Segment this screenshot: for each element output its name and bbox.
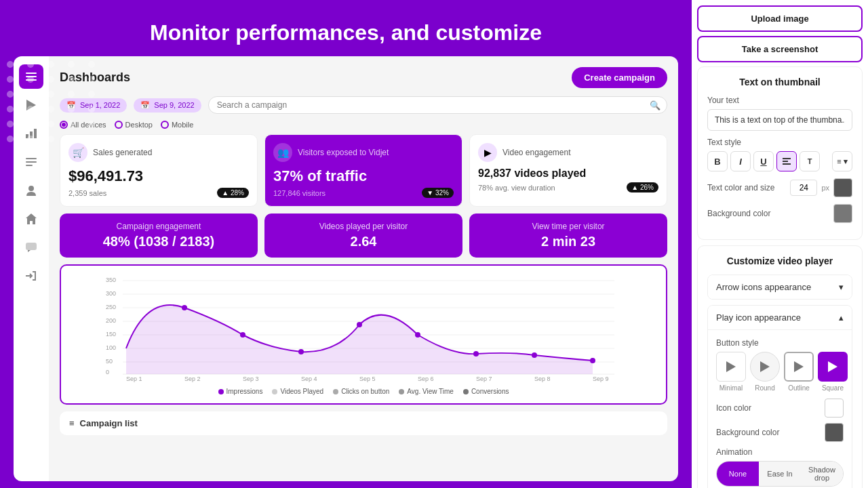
chevron-down-icon: ▾ [839, 282, 844, 292]
svg-marker-48 [726, 361, 736, 372]
play-icon-accordion: Play icon appearance ▴ Button style Mini… [707, 305, 852, 488]
animation-row: None Ease In Shadow drop [716, 461, 844, 487]
svg-text:Sep 7: Sep 7 [476, 375, 492, 382]
svg-rect-46 [783, 161, 788, 162]
text-format-button[interactable]: T [800, 151, 820, 171]
nav-item-export[interactable] [19, 264, 43, 288]
svg-text:Sep 5: Sep 5 [359, 375, 376, 382]
svg-text:Sep 9: Sep 9 [593, 375, 609, 382]
button-style-row: Minimal Round Outline [716, 352, 844, 392]
nav-item-home[interactable] [19, 207, 43, 231]
svg-marker-49 [760, 361, 770, 372]
filter-desktop[interactable]: Desktop [115, 121, 153, 129]
svg-text:Sep 1: Sep 1 [126, 375, 142, 382]
svg-rect-45 [783, 158, 791, 159]
italic-button[interactable]: I [730, 151, 751, 171]
device-filters: All devices Desktop Mobile [60, 121, 667, 129]
button-style-label: Button style [716, 338, 844, 348]
customize-video-player-section: Customize video player Arrow icons appea… [697, 245, 863, 488]
svg-rect-11 [26, 243, 37, 250]
square-preview [818, 352, 848, 382]
text-color-swatch[interactable] [833, 178, 852, 197]
svg-text:Sep 3: Sep 3 [243, 375, 259, 382]
take-screenshot-button[interactable]: Take a screenshot [697, 36, 863, 62]
align-options-button[interactable]: ≡ ▾ [832, 151, 852, 171]
svg-text:100: 100 [106, 344, 116, 351]
create-campaign-button[interactable]: Create campaign [572, 67, 667, 88]
align-left-button[interactable] [776, 151, 797, 171]
svg-text:300: 300 [106, 290, 116, 297]
play-icon-body: Button style Minimal Round [708, 329, 852, 488]
bg-color-player-row: Background color [716, 423, 844, 442]
bg-color-swatch[interactable] [833, 204, 852, 223]
thumbnail-text-input[interactable] [707, 109, 852, 131]
icon-color-label: Icon color [716, 403, 751, 413]
search-icon: 🔍 [650, 100, 660, 110]
nav-item-user[interactable] [19, 178, 43, 203]
round-preview [750, 352, 780, 382]
svg-text:150: 150 [106, 331, 116, 338]
upload-image-button[interactable]: Upload image [697, 5, 863, 32]
nav-item-list[interactable] [19, 150, 43, 174]
animation-label: Animation [716, 447, 844, 457]
right-panel: Upload image Take a screenshot Text on t… [692, 0, 868, 488]
play-icon-accordion-header[interactable]: Play icon appearance ▴ [708, 306, 852, 329]
stat-card-sales: 🛒 Sales generated $96,491.73 2,359 sales… [60, 134, 258, 207]
svg-text:Sep 8: Sep 8 [534, 375, 551, 382]
btn-style-round[interactable]: Round [750, 352, 780, 392]
underline-button[interactable]: U [753, 151, 774, 171]
svg-rect-47 [783, 163, 791, 165]
your-text-label: Your text [707, 96, 852, 105]
svg-rect-8 [26, 161, 37, 163]
text-color-row: Text color and size px [707, 178, 852, 197]
btn-style-minimal[interactable]: Minimal [716, 352, 746, 392]
list-icon: ≡ [69, 418, 75, 428]
svg-text:Sep 6: Sep 6 [418, 375, 434, 382]
stat-card-visitors: 👥 Visitors exposed to Vidjet 37% of traf… [264, 134, 462, 207]
chart-card: 350 300 250 200 150 100 50 0 [60, 264, 667, 405]
decorative-dots [7, 61, 100, 142]
btn-style-outline[interactable]: Outline [784, 352, 814, 392]
font-size-input[interactable] [790, 180, 817, 196]
svg-point-10 [28, 186, 34, 191]
nav-item-chat[interactable] [19, 235, 43, 260]
bg-color-row: Background color [707, 204, 852, 223]
svg-text:250: 250 [106, 304, 116, 310]
bold-button[interactable]: B [707, 151, 728, 171]
chart-svg: 350 300 250 200 150 100 50 0 [69, 274, 658, 382]
svg-text:0: 0 [106, 369, 109, 375]
anim-shadow-btn[interactable]: Shadow drop [801, 462, 843, 486]
chart-legend: Impressions Videos Played Clicks on butt… [69, 388, 658, 395]
dashboard-content: Dashboards Create campaign 📅 Sep 1, 2022… [49, 56, 678, 481]
svg-point-39 [298, 349, 304, 354]
date-filter-to[interactable]: 📅 Sep 9, 2022 [134, 98, 201, 113]
sales-icon: 🛒 [68, 143, 87, 162]
filter-mobile[interactable]: Mobile [161, 121, 193, 129]
icon-color-swatch[interactable] [825, 399, 844, 418]
customize-section-title: Customize video player [707, 256, 852, 266]
dashboard-header: Dashboards Create campaign [60, 67, 667, 88]
play-icon-label: Play icon appearance [716, 312, 801, 323]
svg-point-44 [590, 358, 595, 363]
campaign-list-header: ≡ Campaign list [60, 411, 667, 435]
main-area: Monitor performances, and customize [0, 0, 692, 488]
anim-none-btn[interactable]: None [717, 462, 759, 486]
mid-stat-campaign: Campaign engagement 48% (1038 / 2183) [60, 214, 258, 258]
chevron-up-icon: ▴ [839, 312, 844, 323]
anim-easein-btn[interactable]: Ease In [759, 462, 801, 486]
thumbnail-section-title: Text on thumbnail [707, 77, 852, 87]
svg-text:200: 200 [106, 317, 116, 324]
text-style-label: Text style [707, 138, 852, 147]
bg-color-label: Background color [707, 209, 829, 218]
mid-stat-videos: Videos played per visitor 2.64 [264, 214, 462, 258]
icon-color-row: Icon color [716, 399, 844, 418]
svg-point-43 [532, 352, 537, 358]
bg-color-player-swatch[interactable] [825, 423, 844, 442]
engagement-icon: ▶ [478, 143, 497, 162]
btn-style-square[interactable]: Square [818, 352, 848, 392]
arrow-icons-accordion-header[interactable]: Arrow icons appearance ▾ [708, 275, 852, 299]
thumbnail-text-section: Text on thumbnail Your text Text style B… [697, 66, 863, 240]
search-input[interactable] [208, 96, 667, 114]
calendar-icon-2: 📅 [140, 101, 150, 110]
arrow-icons-accordion: Arrow icons appearance ▾ [707, 274, 852, 300]
